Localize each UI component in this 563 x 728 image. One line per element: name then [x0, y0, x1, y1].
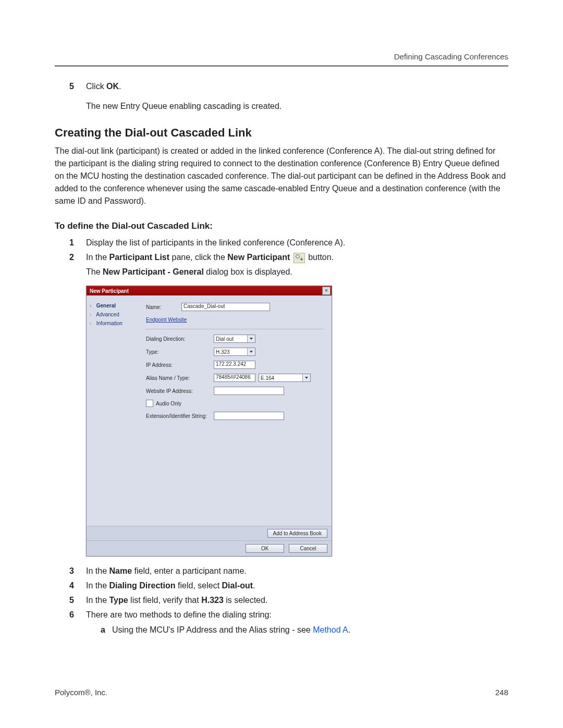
add-to-address-book-button[interactable]: Add to Address Book: [267, 529, 327, 538]
step-item: 6There are two methods to define the dia…: [69, 609, 508, 637]
extension-label: Extension/Identifier String:: [146, 413, 214, 419]
alias-type-value: E.164: [261, 375, 274, 381]
audio-only-checkbox[interactable]: [146, 400, 153, 407]
dialog-nav-general[interactable]: › General: [90, 303, 141, 309]
dialing-direction-select[interactable]: Dial out: [214, 335, 255, 343]
post-step-text: The new Entry Queue enabling cascading i…: [86, 100, 508, 113]
chevron-down-icon: [302, 374, 310, 381]
step-item: 4In the Dialing Direction field, select …: [69, 579, 508, 592]
name-field[interactable]: Cascade_Dial-out: [181, 303, 270, 311]
dialog-title-bar: New Participant ×: [87, 286, 332, 295]
step-number: 1: [69, 237, 74, 249]
step-item: 2In the Participant List pane, click the…: [69, 251, 508, 278]
step-number: 5: [69, 594, 74, 607]
chevron-down-icon: [247, 348, 255, 355]
header-rule: [55, 65, 508, 67]
name-label: Name:: [146, 304, 181, 310]
step-number: 4: [69, 579, 74, 592]
alias-name-field[interactable]: 78485##24086: [214, 374, 255, 382]
link-method-a[interactable]: Method A: [313, 625, 348, 634]
audio-only-label: Audio Only: [156, 401, 181, 406]
step-item: 1Display the list of participants in the…: [69, 237, 508, 249]
close-icon[interactable]: ×: [322, 287, 331, 295]
top-step-list: 5Click OK.: [69, 80, 508, 93]
substep-item: aUsing the MCU's IP Address and the Alia…: [101, 623, 508, 637]
website-ip-label: Website IP Address:: [146, 388, 214, 394]
dialog-nav-information[interactable]: › Information: [90, 320, 141, 326]
chevron-right-icon: ›: [90, 303, 95, 309]
dialog-nav-advanced[interactable]: › Advanced: [90, 312, 141, 317]
endpoint-website-link[interactable]: Endpoint Website: [146, 317, 187, 323]
chevron-down-icon: [247, 335, 255, 342]
new-participant-icon: [293, 253, 305, 263]
ip-address-label: IP Address:: [146, 362, 214, 368]
footer-left: Polycom®, Inc.: [55, 688, 107, 697]
dialing-direction-value: Dial out: [216, 336, 234, 342]
section-body: The dial-out link (participant) is creat…: [55, 145, 508, 207]
step-item: 3In the Name field, enter a participant …: [69, 565, 508, 577]
ok-button[interactable]: OK: [246, 544, 284, 553]
step-number: 2: [69, 251, 74, 264]
dialog-nav: › General› Advanced› Information: [87, 295, 144, 526]
extension-field[interactable]: [214, 412, 284, 420]
chevron-right-icon: ›: [90, 320, 95, 326]
type-select[interactable]: H.323: [214, 348, 255, 356]
dialog-title: New Participant: [90, 288, 129, 294]
footer-page-number: 248: [495, 688, 508, 697]
new-participant-dialog: New Participant × › General› Advanced› I…: [86, 286, 332, 557]
website-ip-field[interactable]: [214, 387, 284, 395]
ip-address-field[interactable]: 172.22.3.242: [214, 361, 255, 369]
step-number: 5: [69, 80, 74, 93]
chevron-right-icon: ›: [90, 312, 95, 317]
dialing-direction-label: Dialing Direction:: [146, 336, 214, 342]
type-value: H.323: [216, 349, 230, 355]
alias-label: Alias Name / Type:: [146, 375, 214, 381]
type-label: Type:: [146, 349, 214, 355]
sub-heading: To define the Dial-out Cascaded Link:: [55, 221, 508, 231]
step-number: 3: [69, 565, 74, 577]
steps-after-dialog: 3In the Name field, enter a participant …: [69, 565, 508, 637]
page-header: Defining Cascading Conferences: [55, 52, 508, 61]
step-number: 6: [69, 609, 74, 621]
step-item: 5Click OK.: [69, 80, 508, 93]
section-title: Creating the Dial-out Cascaded Link: [55, 126, 508, 140]
step-item: 5In the Type list field, verify that H.3…: [69, 594, 508, 607]
cancel-button[interactable]: Cancel: [289, 544, 327, 553]
steps-before-dialog: 1Display the list of participants in the…: [69, 237, 508, 278]
alias-type-select[interactable]: E.164: [259, 374, 311, 382]
